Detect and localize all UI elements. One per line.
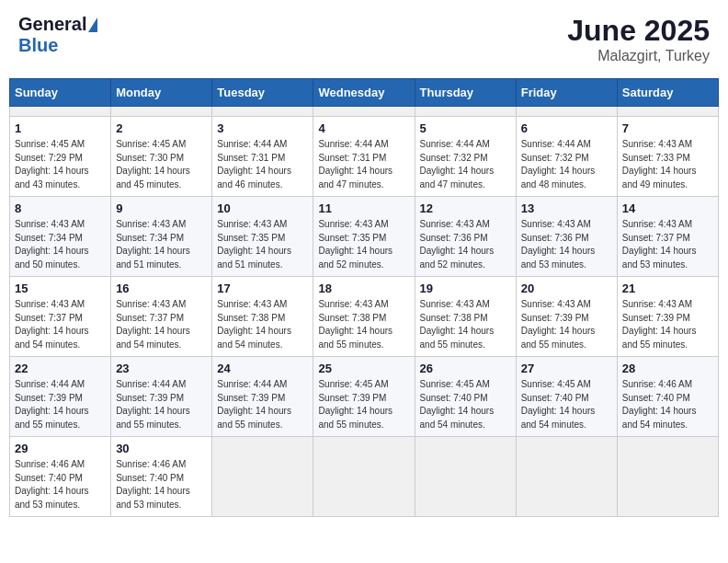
calendar-cell: 21Sunrise: 4:43 AM Sunset: 7:39 PM Dayli…: [617, 277, 718, 357]
calendar-cell: 20Sunrise: 4:43 AM Sunset: 7:39 PM Dayli…: [516, 277, 617, 357]
calendar-cell: 9Sunrise: 4:43 AM Sunset: 7:34 PM Daylig…: [111, 197, 212, 277]
calendar-cell: [10, 107, 111, 117]
day-number: 27: [521, 362, 612, 375]
calendar-cell: [617, 437, 718, 517]
day-info: Sunrise: 4:45 AM Sunset: 7:40 PM Dayligh…: [420, 378, 511, 431]
day-number: 26: [420, 362, 511, 375]
day-info: Sunrise: 4:43 AM Sunset: 7:35 PM Dayligh…: [318, 218, 409, 271]
day-number: 29: [15, 442, 106, 455]
calendar-week-row: 22Sunrise: 4:44 AM Sunset: 7:39 PM Dayli…: [10, 357, 719, 437]
day-number: 15: [15, 282, 106, 295]
day-number: 22: [15, 362, 106, 375]
calendar-cell: [212, 107, 313, 117]
calendar-cell: 10Sunrise: 4:43 AM Sunset: 7:35 PM Dayli…: [212, 197, 313, 277]
day-info: Sunrise: 4:43 AM Sunset: 7:36 PM Dayligh…: [420, 218, 511, 271]
calendar-cell: 12Sunrise: 4:43 AM Sunset: 7:36 PM Dayli…: [415, 197, 516, 277]
calendar-cell: 18Sunrise: 4:43 AM Sunset: 7:38 PM Dayli…: [313, 277, 415, 357]
title-month: June 2025: [567, 14, 710, 48]
calendar-cell: 19Sunrise: 4:43 AM Sunset: 7:38 PM Dayli…: [415, 277, 516, 357]
calendar-cell: 23Sunrise: 4:44 AM Sunset: 7:39 PM Dayli…: [111, 357, 212, 437]
day-info: Sunrise: 4:44 AM Sunset: 7:32 PM Dayligh…: [521, 138, 612, 191]
calendar-header-monday: Monday: [111, 79, 212, 107]
calendar-cell: 2Sunrise: 4:45 AM Sunset: 7:30 PM Daylig…: [111, 117, 212, 197]
day-number: 13: [521, 201, 612, 215]
calendar-cell: 3Sunrise: 4:44 AM Sunset: 7:31 PM Daylig…: [212, 117, 313, 197]
calendar-header-friday: Friday: [516, 79, 617, 107]
day-info: Sunrise: 4:46 AM Sunset: 7:40 PM Dayligh…: [622, 378, 713, 431]
day-info: Sunrise: 4:43 AM Sunset: 7:34 PM Dayligh…: [116, 218, 207, 271]
day-number: 6: [521, 121, 612, 135]
day-number: 19: [420, 282, 511, 295]
title-location: Malazgirt, Turkey: [567, 48, 710, 64]
day-number: 9: [116, 201, 207, 215]
day-info: Sunrise: 4:46 AM Sunset: 7:40 PM Dayligh…: [15, 458, 106, 511]
calendar-cell: 1Sunrise: 4:45 AM Sunset: 7:29 PM Daylig…: [10, 117, 111, 197]
calendar-cell: 28Sunrise: 4:46 AM Sunset: 7:40 PM Dayli…: [617, 357, 718, 437]
day-info: Sunrise: 4:45 AM Sunset: 7:29 PM Dayligh…: [15, 138, 106, 191]
day-number: 14: [622, 201, 713, 215]
day-number: 28: [622, 362, 713, 375]
calendar-week-row: 8Sunrise: 4:43 AM Sunset: 7:34 PM Daylig…: [10, 197, 719, 277]
day-info: Sunrise: 4:43 AM Sunset: 7:36 PM Dayligh…: [521, 218, 612, 271]
day-number: 8: [15, 201, 106, 215]
calendar-week-row: 1Sunrise: 4:45 AM Sunset: 7:29 PM Daylig…: [10, 117, 719, 197]
day-info: Sunrise: 4:45 AM Sunset: 7:30 PM Dayligh…: [116, 138, 207, 191]
day-info: Sunrise: 4:45 AM Sunset: 7:40 PM Dayligh…: [521, 378, 612, 431]
calendar-cell: [313, 437, 415, 517]
day-number: 7: [622, 121, 713, 135]
calendar-cell: 24Sunrise: 4:44 AM Sunset: 7:39 PM Dayli…: [212, 357, 313, 437]
calendar-week-row: [10, 107, 719, 117]
calendar-cell: 16Sunrise: 4:43 AM Sunset: 7:37 PM Dayli…: [111, 277, 212, 357]
day-info: Sunrise: 4:44 AM Sunset: 7:31 PM Dayligh…: [217, 138, 308, 191]
calendar-cell: [617, 107, 718, 117]
day-number: 23: [116, 362, 207, 375]
calendar-cell: [415, 107, 516, 117]
calendar-header-thursday: Thursday: [415, 79, 516, 107]
day-number: 25: [318, 362, 409, 375]
calendar-cell: [313, 107, 415, 117]
day-info: Sunrise: 4:44 AM Sunset: 7:39 PM Dayligh…: [217, 378, 308, 431]
logo-blue-text: Blue: [18, 35, 58, 56]
day-number: 1: [15, 121, 106, 135]
calendar-header-wednesday: Wednesday: [313, 79, 415, 107]
calendar-cell: 14Sunrise: 4:43 AM Sunset: 7:37 PM Dayli…: [617, 197, 718, 277]
calendar-week-row: 29Sunrise: 4:46 AM Sunset: 7:40 PM Dayli…: [10, 437, 719, 517]
day-number: 24: [217, 362, 308, 375]
day-info: Sunrise: 4:43 AM Sunset: 7:39 PM Dayligh…: [622, 298, 713, 351]
title-area: June 2025 Malazgirt, Turkey: [567, 14, 710, 64]
day-number: 16: [116, 282, 207, 295]
day-info: Sunrise: 4:43 AM Sunset: 7:34 PM Dayligh…: [15, 218, 106, 271]
calendar-cell: 29Sunrise: 4:46 AM Sunset: 7:40 PM Dayli…: [10, 437, 111, 517]
day-number: 11: [318, 201, 409, 215]
calendar-header-saturday: Saturday: [617, 79, 718, 107]
calendar-cell: [516, 107, 617, 117]
day-number: 30: [116, 442, 207, 455]
day-info: Sunrise: 4:44 AM Sunset: 7:32 PM Dayligh…: [420, 138, 511, 191]
day-info: Sunrise: 4:43 AM Sunset: 7:38 PM Dayligh…: [217, 298, 308, 351]
day-number: 17: [217, 282, 308, 295]
header: General Blue June 2025 Malazgirt, Turkey: [9, 9, 719, 69]
day-info: Sunrise: 4:43 AM Sunset: 7:35 PM Dayligh…: [217, 218, 308, 271]
calendar-cell: 22Sunrise: 4:44 AM Sunset: 7:39 PM Dayli…: [10, 357, 111, 437]
logo-triangle-icon: [88, 17, 97, 32]
day-info: Sunrise: 4:44 AM Sunset: 7:39 PM Dayligh…: [15, 378, 106, 431]
calendar-cell: 15Sunrise: 4:43 AM Sunset: 7:37 PM Dayli…: [10, 277, 111, 357]
calendar-cell: [516, 437, 617, 517]
day-info: Sunrise: 4:43 AM Sunset: 7:37 PM Dayligh…: [116, 298, 207, 351]
calendar-cell: 5Sunrise: 4:44 AM Sunset: 7:32 PM Daylig…: [415, 117, 516, 197]
calendar-header-row: SundayMondayTuesdayWednesdayThursdayFrid…: [10, 79, 719, 107]
calendar-cell: 25Sunrise: 4:45 AM Sunset: 7:39 PM Dayli…: [313, 357, 415, 437]
day-info: Sunrise: 4:43 AM Sunset: 7:37 PM Dayligh…: [622, 218, 713, 271]
calendar-week-row: 15Sunrise: 4:43 AM Sunset: 7:37 PM Dayli…: [10, 277, 719, 357]
day-number: 12: [420, 201, 511, 215]
calendar-cell: 7Sunrise: 4:43 AM Sunset: 7:33 PM Daylig…: [617, 117, 718, 197]
calendar-cell: 27Sunrise: 4:45 AM Sunset: 7:40 PM Dayli…: [516, 357, 617, 437]
calendar-cell: 4Sunrise: 4:44 AM Sunset: 7:31 PM Daylig…: [313, 117, 415, 197]
day-number: 21: [622, 282, 713, 295]
calendar-cell: 26Sunrise: 4:45 AM Sunset: 7:40 PM Dayli…: [415, 357, 516, 437]
day-info: Sunrise: 4:45 AM Sunset: 7:39 PM Dayligh…: [318, 378, 409, 431]
day-number: 20: [521, 282, 612, 295]
calendar-cell: 17Sunrise: 4:43 AM Sunset: 7:38 PM Dayli…: [212, 277, 313, 357]
calendar-table: SundayMondayTuesdayWednesdayThursdayFrid…: [9, 78, 719, 517]
day-info: Sunrise: 4:44 AM Sunset: 7:39 PM Dayligh…: [116, 378, 207, 431]
